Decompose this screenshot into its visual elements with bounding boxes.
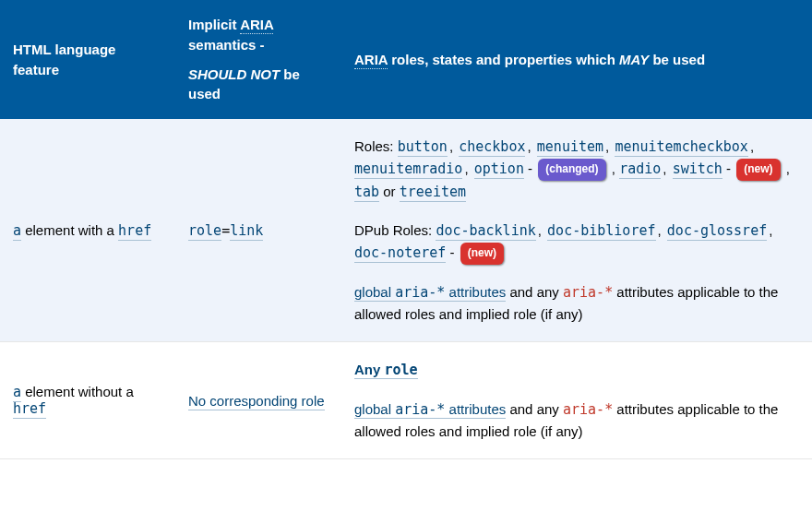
role-radio-link[interactable]: radio — [619, 160, 661, 179]
feature-text: element with a — [21, 222, 118, 238]
no-corresponding-role-link[interactable]: No corresponding role — [188, 393, 325, 410]
comma: , — [525, 138, 536, 154]
header-implicit-aria: Implicit ARIA semantics - SHOULD NOT be … — [175, 0, 341, 119]
dpub-label: DPub Roles: — [354, 222, 436, 238]
cell-feature: a element with a href — [0, 119, 175, 342]
role-menuitem-link[interactable]: menuitem — [537, 138, 603, 157]
dash: - — [722, 160, 734, 176]
comma: , — [656, 222, 667, 238]
global-aria-paragraph: global aria-* attributes and any aria-* … — [354, 281, 799, 326]
aria-star-code: aria-* — [563, 284, 613, 301]
a-element-link[interactable]: a — [13, 222, 21, 241]
aria-abbr: ARIA — [354, 52, 388, 69]
new-badge: (new) — [736, 159, 780, 181]
role-treeitem-link[interactable]: treeitem — [400, 184, 466, 202]
attributes-text: attributes — [445, 284, 506, 300]
feature-text: element without a — [21, 384, 134, 399]
any-role-paragraph: Any role — [354, 359, 799, 381]
comma: , — [782, 160, 790, 176]
role-button-link[interactable]: button — [398, 138, 448, 157]
global-text: global — [354, 401, 395, 417]
equals-sign: = — [221, 222, 230, 239]
comma: , — [462, 160, 473, 176]
href-link[interactable]: href — [118, 222, 151, 241]
header-implicit-suffix: semantics - — [188, 37, 265, 53]
cell-allowed: Any role global aria-* attributes and an… — [341, 342, 812, 459]
header-aria-suffix: be used — [649, 52, 705, 67]
and-any-text: and any — [506, 284, 563, 300]
global-aria-link[interactable]: global aria-* attributes — [354, 401, 506, 419]
comma: , — [536, 222, 547, 238]
role-doc-glossref-link[interactable]: doc-glossref — [667, 222, 767, 241]
new-badge: (new) — [460, 243, 504, 265]
comma: , — [448, 138, 459, 154]
header-may: MAY — [619, 52, 649, 67]
href-link[interactable]: href — [13, 400, 46, 419]
header-should-not: SHOULD NOT — [188, 66, 280, 82]
cell-implicit: role=link — [175, 119, 341, 342]
role-menuitemradio-link[interactable]: menuitemradio — [354, 160, 462, 179]
cell-feature: a element without a href — [0, 342, 175, 459]
link-role-link[interactable]: link — [230, 222, 263, 241]
roles-paragraph: Roles: button, checkbox, menuitem, menui… — [354, 136, 799, 203]
aria-abbr: ARIA — [240, 17, 273, 34]
role-attr-link[interactable]: role — [188, 222, 221, 241]
role-tab-link[interactable]: tab — [354, 184, 379, 202]
aria-star-code: aria-* — [395, 284, 445, 301]
role-checkbox-link[interactable]: checkbox — [459, 138, 525, 157]
any-role-link[interactable]: Any role — [354, 362, 418, 379]
global-aria-link[interactable]: global aria-* attributes — [354, 284, 506, 302]
or-text: or — [379, 184, 400, 199]
cell-implicit: No corresponding role — [175, 342, 341, 459]
changed-badge: (changed) — [538, 159, 605, 181]
role-switch-link[interactable]: switch — [673, 160, 722, 179]
header-aria-mid: roles, states and properties which — [388, 52, 619, 67]
table-row: a element without a href No correspondin… — [0, 342, 812, 459]
dash: - — [446, 244, 458, 260]
role-doc-backlink-link[interactable]: doc-backlink — [436, 222, 535, 241]
a-element-link[interactable]: a — [13, 384, 21, 402]
attributes-text: attributes — [445, 401, 506, 417]
table-header-row: HTML language feature Implicit ARIA sema… — [0, 0, 812, 119]
header-implicit-prefix: Implicit — [188, 17, 240, 32]
header-should-not-line: SHOULD NOT be used — [188, 65, 328, 105]
role-code: role — [385, 362, 418, 378]
any-text: Any — [354, 362, 380, 377]
dpub-roles-paragraph: DPub Roles: doc-backlink, doc-biblioref,… — [354, 220, 799, 265]
comma: , — [661, 160, 672, 176]
header-html-feature: HTML language feature — [0, 0, 175, 119]
aria-star-code: aria-* — [563, 401, 613, 418]
comma: , — [603, 138, 615, 154]
role-doc-biblioref-link[interactable]: doc-biblioref — [547, 222, 655, 241]
global-aria-paragraph: global aria-* attributes and any aria-* … — [354, 398, 799, 443]
aria-semantics-table: HTML language feature Implicit ARIA sema… — [0, 0, 812, 459]
comma: , — [767, 222, 774, 238]
role-doc-noteref-link[interactable]: doc-noteref — [354, 244, 446, 263]
role-menuitemcheckbox-link[interactable]: menuitemcheckbox — [615, 138, 748, 157]
cell-allowed: Roles: button, checkbox, menuitem, menui… — [341, 119, 812, 342]
roles-label: Roles: — [354, 138, 398, 154]
role-option-link[interactable]: option — [474, 160, 524, 179]
comma: , — [748, 138, 756, 154]
table-row: a element with a href role=link Roles: b… — [0, 119, 812, 342]
dash: - — [524, 160, 536, 176]
header-aria-roles: ARIA roles, states and properties which … — [341, 0, 812, 119]
and-any-text: and any — [506, 401, 563, 417]
comma: , — [608, 160, 615, 176]
aria-star-code: aria-* — [395, 401, 445, 418]
global-text: global — [354, 284, 395, 300]
